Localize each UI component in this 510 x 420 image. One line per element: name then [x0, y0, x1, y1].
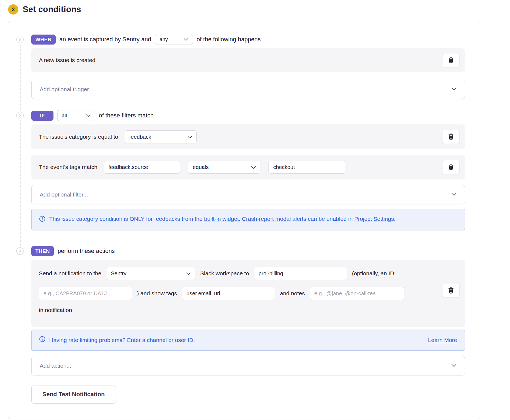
notes-input[interactable]	[310, 287, 404, 300]
notice-text-1: This issue category condition is ONLY fo…	[49, 216, 204, 222]
tag-value-input[interactable]	[269, 161, 345, 174]
add-action-select[interactable]: Add action...	[31, 356, 465, 375]
action-line-3: in notification	[39, 307, 432, 313]
chevron-circle-icon[interactable]	[16, 111, 24, 120]
tag-operator-select[interactable]: equals	[188, 161, 260, 174]
add-trigger-placeholder: Add optional trigger...	[40, 86, 93, 93]
tags-filter-label: The event's tags match	[39, 164, 97, 170]
trash-icon	[448, 163, 454, 171]
category-filter-label: The issue's category is equal to	[39, 134, 118, 140]
page-title: Set conditions	[23, 5, 81, 14]
notice-text-3: alerts can be enabled in	[291, 216, 354, 222]
trigger-row: A new issue is created	[31, 48, 465, 72]
trigger-label: A new issue is created	[39, 57, 95, 63]
tag-operator-value: equals	[193, 164, 209, 170]
when-frequency-select[interactable]: any	[155, 34, 193, 45]
action-line-1: Send a notification to the Sentry Slack …	[39, 267, 432, 280]
if-trail-text: of these filters match	[99, 112, 154, 119]
action-text-4: ) and show tags	[137, 290, 177, 297]
chevron-circle-icon[interactable]	[16, 247, 24, 255]
trash-icon	[448, 56, 454, 64]
chevron-down-icon	[187, 134, 192, 140]
category-notice-text: This issue category condition is ONLY fo…	[49, 214, 395, 223]
if-badge: IF	[31, 111, 53, 121]
tag-key-input[interactable]	[104, 161, 180, 174]
info-icon	[39, 335, 45, 345]
action-text-2: Slack workspace to	[200, 270, 249, 277]
if-match-value: all	[62, 113, 67, 118]
add-action-placeholder: Add action...	[40, 363, 71, 369]
add-filter-placeholder: Add optional filter...	[40, 191, 88, 198]
conditions-card: WHEN an event is captured by Sentry and …	[8, 21, 480, 419]
slack-action-row: Send a notification to the Sentry Slack …	[31, 260, 465, 327]
page-header: 2 Set conditions	[8, 4, 510, 15]
when-badge: WHEN	[31, 35, 56, 45]
chevron-down-icon	[451, 363, 457, 368]
delete-action-button[interactable]	[442, 284, 459, 298]
crash-report-modal-link[interactable]: Crash-report modal	[242, 216, 291, 222]
learn-more-link[interactable]: Learn More	[428, 336, 457, 345]
info-icon	[39, 214, 45, 225]
action-text-5: and notes	[280, 290, 305, 297]
step-number-badge: 2	[8, 4, 18, 15]
chevron-circle-icon[interactable]	[16, 35, 24, 43]
notice-text-2: .	[239, 216, 242, 222]
show-tags-input[interactable]	[182, 287, 275, 300]
add-filter-select[interactable]: Add optional filter...	[31, 185, 465, 204]
trash-icon	[448, 133, 454, 141]
step-connector-line	[20, 45, 21, 246]
when-trail-text: of the following happens	[197, 36, 261, 43]
when-frequency-value: any	[160, 36, 168, 42]
trash-icon	[448, 287, 454, 295]
built-in-widget-link[interactable]: built-in widget	[204, 216, 239, 222]
category-condition-notice: This issue category condition is ONLY fo…	[31, 209, 465, 230]
chevron-down-icon	[251, 164, 256, 170]
rate-limit-notice: Having rate limiting problems? Enter a c…	[31, 330, 465, 351]
tags-filter-row: The event's tags match equals	[31, 155, 465, 179]
action-text-1: Send a notification to the	[39, 270, 101, 277]
rate-limit-notice-text: Having rate limiting problems? Enter a c…	[49, 336, 195, 345]
add-trigger-select[interactable]: Add optional trigger...	[31, 80, 465, 99]
channel-id-input[interactable]	[39, 287, 132, 300]
chevron-down-icon	[186, 270, 191, 277]
workspace-select[interactable]: Sentry	[106, 267, 195, 280]
chevron-down-icon	[184, 36, 188, 42]
send-test-notification-button[interactable]: Send Test Notification	[31, 385, 116, 404]
project-settings-link[interactable]: Project Settings	[354, 216, 394, 222]
delete-tags-filter-button[interactable]	[442, 160, 459, 174]
workspace-select-value: Sentry	[111, 270, 126, 277]
action-text-3: (optionally, an ID:	[352, 270, 396, 277]
action-text-6: in notification	[39, 307, 72, 313]
chevron-down-icon	[451, 87, 457, 92]
when-step-header: WHEN an event is captured by Sentry and …	[31, 34, 465, 45]
then-trail-text: perform these actions	[58, 248, 115, 255]
action-line-2: ) and show tags and notes	[39, 287, 432, 300]
category-select-value: feedback	[129, 134, 151, 140]
then-badge: THEN	[31, 246, 54, 256]
chevron-down-icon	[451, 192, 457, 197]
if-match-select[interactable]: all	[57, 110, 95, 121]
if-step-header: IF all of these filters match	[31, 110, 465, 121]
then-step-header: THEN perform these actions	[31, 245, 465, 257]
chevron-down-icon	[86, 113, 90, 118]
category-select[interactable]: feedback	[125, 130, 197, 143]
slack-channel-input[interactable]	[254, 267, 347, 280]
when-lead-text: an event is captured by Sentry and	[59, 36, 151, 43]
delete-trigger-button[interactable]	[442, 53, 459, 67]
delete-category-filter-button[interactable]	[442, 130, 459, 144]
notice-text-4: .	[394, 216, 395, 222]
category-filter-row: The issue's category is equal to feedbac…	[31, 124, 465, 149]
